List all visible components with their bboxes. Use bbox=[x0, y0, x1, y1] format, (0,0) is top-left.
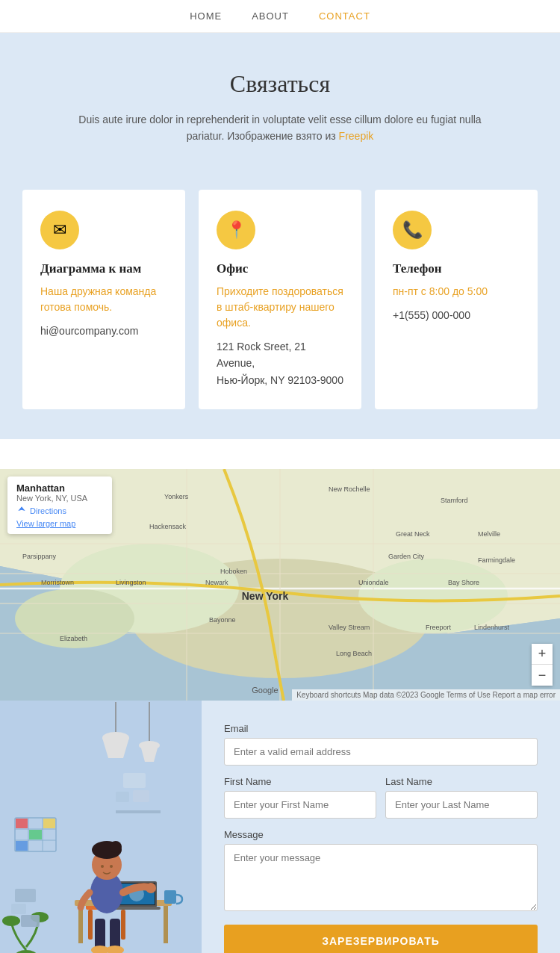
map-section: New York Wayne Yonkers New Rochelle Stam… bbox=[0, 439, 560, 701]
svg-rect-61 bbox=[112, 907, 161, 910]
svg-text:Morristown: Morristown bbox=[41, 579, 74, 586]
page-title: Связаться bbox=[60, 70, 500, 98]
svg-text:Valley Stream: Valley Stream bbox=[329, 624, 370, 631]
email-label: Email bbox=[224, 723, 538, 734]
cards-section: ✉ Диаграмма к нам Наша дружная команда г… bbox=[0, 175, 560, 439]
svg-text:Garden City: Garden City bbox=[388, 553, 425, 560]
email-field-container: Email bbox=[224, 723, 538, 776]
svg-text:Melville: Melville bbox=[478, 530, 500, 538]
svg-text:Freeport: Freeport bbox=[426, 624, 452, 631]
svg-text:Hackensack: Hackensack bbox=[149, 523, 187, 530]
svg-text:Yonkers: Yonkers bbox=[164, 493, 189, 500]
name-row: First Name Last Name bbox=[224, 776, 538, 829]
card-phone-number: +1(555) 000-000 bbox=[393, 307, 520, 323]
svg-rect-47 bbox=[123, 773, 146, 788]
map-zoom-controls: + − bbox=[532, 644, 553, 686]
nav-about[interactable]: ABOUT bbox=[252, 10, 289, 22]
svg-rect-88 bbox=[29, 830, 42, 839]
freepik-link[interactable]: Freepik bbox=[339, 130, 374, 142]
svg-point-5 bbox=[358, 559, 508, 633]
svg-text:Newark: Newark bbox=[205, 579, 228, 586]
zoom-out-button[interactable]: − bbox=[532, 665, 553, 686]
place-name: Manhattan bbox=[16, 482, 103, 494]
svg-rect-79 bbox=[15, 889, 36, 902]
card-email: ✉ Диаграмма к нам Наша дружная команда г… bbox=[22, 190, 185, 409]
hero-description: Duis aute irure dolor in reprehenderit i… bbox=[60, 111, 500, 145]
nav-home[interactable]: HOME bbox=[190, 10, 222, 22]
svg-point-73 bbox=[110, 865, 113, 868]
svg-text:New York: New York bbox=[242, 590, 289, 602]
submit-button[interactable]: ЗАРЕЗЕРВИРОВАТЬ bbox=[224, 925, 538, 953]
last-name-label: Last Name bbox=[385, 776, 538, 787]
message-label: Message bbox=[224, 829, 538, 840]
form-section: Email First Name Last Name Message ЗАРЕЗ… bbox=[0, 701, 560, 953]
zoom-in-button[interactable]: + bbox=[532, 644, 553, 665]
map-place-overlay: Manhattan New York, NY, USA Directions V… bbox=[7, 476, 112, 534]
last-name-group: Last Name bbox=[385, 776, 538, 829]
card-email-highlight: Наша дружная команда готова помочь. bbox=[40, 284, 167, 315]
svg-text:Farmingdale: Farmingdale bbox=[478, 556, 515, 564]
svg-point-68 bbox=[146, 883, 156, 893]
svg-rect-89 bbox=[43, 819, 55, 828]
svg-rect-62 bbox=[164, 890, 176, 904]
svg-rect-90 bbox=[16, 841, 28, 851]
form-illustration bbox=[0, 701, 202, 953]
location-icon: 📍 bbox=[217, 211, 255, 249]
svg-rect-80 bbox=[11, 904, 26, 914]
svg-text:Bayonne: Bayonne bbox=[209, 616, 236, 624]
hero-section: Связаться Duis aute irure dolor in repre… bbox=[0, 33, 560, 175]
card-office: 📍 Офис Приходите поздороваться в штаб-кв… bbox=[199, 190, 361, 409]
message-field-container: Message bbox=[224, 829, 538, 925]
svg-rect-48 bbox=[116, 792, 129, 802]
svg-rect-49 bbox=[133, 790, 149, 802]
card-office-highlight: Приходите поздороваться в штаб-квартиру … bbox=[217, 284, 343, 331]
email-input[interactable] bbox=[224, 738, 538, 766]
card-office-detail: 121 Rock Sreet, 21 Avenue,Нью-Йорк, NY 9… bbox=[217, 338, 343, 388]
svg-text:Great Neck: Great Neck bbox=[396, 530, 430, 538]
svg-text:Parsippany: Parsippany bbox=[22, 553, 57, 560]
place-sub: New York, NY, USA bbox=[16, 494, 103, 503]
card-phone: 📞 Телефон пн-пт с 8:00 до 5:00 +1(555) 0… bbox=[375, 190, 538, 409]
svg-rect-87 bbox=[16, 819, 28, 828]
map-container[interactable]: New York Wayne Yonkers New Rochelle Stam… bbox=[0, 469, 560, 701]
svg-text:Elizabeth: Elizabeth bbox=[60, 635, 87, 642]
svg-text:Livingston: Livingston bbox=[116, 579, 146, 586]
svg-text:Stamford: Stamford bbox=[441, 497, 468, 504]
svg-rect-55 bbox=[78, 906, 83, 943]
svg-text:Lindenhurst: Lindenhurst bbox=[474, 624, 510, 631]
message-input[interactable] bbox=[224, 844, 538, 911]
svg-point-71 bbox=[110, 841, 122, 853]
svg-text:Google: Google bbox=[252, 686, 278, 695]
card-phone-hours: пн-пт с 8:00 до 5:00 bbox=[393, 284, 520, 299]
email-icon: ✉ bbox=[40, 211, 79, 249]
card-email-title: Диаграмма к нам bbox=[40, 261, 167, 276]
svg-point-76 bbox=[2, 916, 20, 926]
phone-icon: 📞 bbox=[393, 211, 432, 249]
map-footer: Keyboard shortcuts Map data ©2023 Google… bbox=[292, 689, 560, 701]
cards-container: ✉ Диаграмма к нам Наша дружная команда г… bbox=[22, 190, 538, 409]
svg-rect-81 bbox=[21, 915, 40, 927]
first-name-input[interactable] bbox=[224, 791, 376, 819]
last-name-input[interactable] bbox=[385, 791, 538, 819]
svg-text:New Rochelle: New Rochelle bbox=[329, 485, 370, 493]
svg-rect-63 bbox=[95, 919, 105, 949]
first-name-label: First Name bbox=[224, 776, 376, 787]
view-larger-map[interactable]: View larger map bbox=[16, 519, 103, 528]
directions-button[interactable]: Directions bbox=[16, 506, 103, 516]
svg-point-72 bbox=[101, 865, 104, 868]
nav-contact[interactable]: CONTACT bbox=[319, 10, 370, 22]
svg-rect-56 bbox=[164, 906, 168, 943]
card-phone-title: Телефон bbox=[393, 261, 520, 276]
contact-form: Email First Name Last Name Message ЗАРЕЗ… bbox=[202, 701, 560, 953]
card-office-title: Офис bbox=[217, 261, 343, 276]
svg-text:Hoboken: Hoboken bbox=[220, 568, 247, 575]
svg-text:Uniondale: Uniondale bbox=[358, 579, 389, 586]
first-name-group: First Name bbox=[224, 776, 376, 829]
svg-rect-50 bbox=[116, 810, 161, 813]
svg-rect-52 bbox=[88, 910, 93, 940]
svg-rect-64 bbox=[110, 919, 120, 949]
navigation: HOME ABOUT CONTACT bbox=[0, 0, 560, 33]
svg-text:Long Beach: Long Beach bbox=[336, 650, 372, 657]
svg-text:Bay Shore: Bay Shore bbox=[448, 579, 479, 586]
card-email-detail: hi@ourcompany.com bbox=[40, 323, 167, 339]
